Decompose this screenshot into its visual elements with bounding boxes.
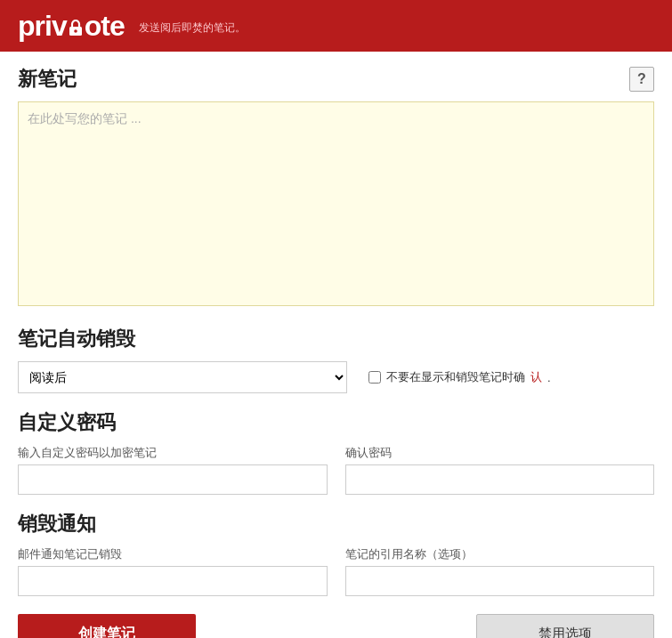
app-header: priv ote 发送阅后即焚的笔记。 (0, 0, 672, 52)
note-textarea[interactable] (18, 101, 654, 306)
notification-fields-row: 邮件通知笔记已销毁 笔记的引用名称（选项） (18, 546, 654, 596)
logo-prefix: priv (18, 10, 67, 43)
custom-password-title: 自定义密码 (18, 409, 654, 436)
email-input[interactable] (18, 566, 328, 596)
no-confirm-link[interactable]: 认 (530, 369, 542, 385)
new-note-title: 新笔记 (18, 66, 77, 93)
disable-options-button[interactable]: 禁用选项 (476, 614, 654, 638)
no-confirm-text: 不要在显示和销毁笔记时确 (386, 369, 525, 385)
buttons-row: 创建笔记 禁用选项 (18, 614, 654, 638)
auto-destroy-title: 笔记自动销毁 (18, 326, 654, 352)
password-field-group: 输入自定义密码以加密笔记 (18, 445, 328, 495)
lock-icon (66, 18, 85, 37)
password-input[interactable] (18, 464, 328, 495)
no-confirm-period: . (547, 371, 551, 384)
new-note-section-header: 新笔记 ? (18, 66, 654, 93)
logo: priv ote (18, 10, 125, 43)
logo-suffix: ote (85, 10, 125, 43)
email-field-group: 邮件通知笔记已销毁 (18, 546, 328, 596)
help-button[interactable]: ? (629, 67, 654, 92)
main-content: 新笔记 ? 笔记自动销毁 阅读后 1小时后 1天后 1周后 1月后 不要在显示和… (0, 52, 672, 638)
custom-password-section: 自定义密码 输入自定义密码以加密笔记 确认密码 (18, 409, 654, 495)
header-tagline: 发送阅后即焚的笔记。 (139, 20, 246, 36)
destroy-notification-section: 销毁通知 邮件通知笔记已销毁 笔记的引用名称（选项） (18, 511, 654, 596)
confirm-password-label: 确认密码 (345, 445, 655, 461)
create-note-button[interactable]: 创建笔记 (18, 614, 196, 638)
auto-destroy-row: 阅读后 1小时后 1天后 1周后 1月后 不要在显示和销毁笔记时确认. (18, 361, 654, 393)
no-confirm-checkbox[interactable] (368, 371, 381, 384)
note-textarea-wrapper (18, 101, 654, 310)
auto-destroy-section: 笔记自动销毁 阅读后 1小时后 1天后 1周后 1月后 不要在显示和销毁笔记时确… (18, 326, 654, 393)
password-label: 输入自定义密码以加密笔记 (18, 445, 328, 461)
email-label: 邮件通知笔记已销毁 (18, 546, 328, 562)
no-confirm-checkbox-label[interactable]: 不要在显示和销毁笔记时确认. (368, 369, 551, 385)
destroy-notification-title: 销毁通知 (18, 511, 654, 537)
ref-field-group: 笔记的引用名称（选项） (345, 546, 655, 596)
confirm-password-input[interactable] (345, 464, 655, 495)
ref-label: 笔记的引用名称（选项） (345, 546, 655, 562)
ref-input[interactable] (345, 566, 655, 596)
destroy-select[interactable]: 阅读后 1小时后 1天后 1周后 1月后 (18, 361, 347, 393)
confirm-password-field-group: 确认密码 (345, 445, 655, 495)
svg-point-1 (74, 29, 77, 33)
password-fields-row: 输入自定义密码以加密笔记 确认密码 (18, 445, 654, 495)
